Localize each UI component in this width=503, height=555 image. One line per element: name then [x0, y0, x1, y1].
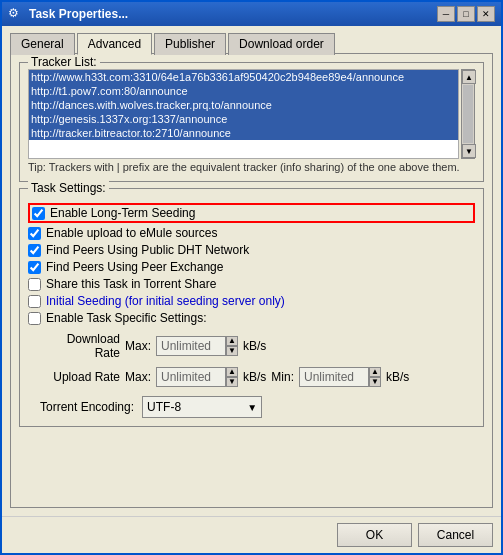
download-rate-input[interactable]: Unlimited: [156, 336, 226, 356]
download-rate-row: Download Rate Max: Unlimited ▲ ▼ kB/s: [40, 332, 475, 360]
encoding-label: Torrent Encoding:: [40, 400, 134, 414]
upload-rate-max-wrapper: Unlimited ▲ ▼: [156, 367, 238, 387]
task-specific-checkbox[interactable]: [28, 312, 41, 325]
upload-rate-max-input[interactable]: Unlimited: [156, 367, 226, 387]
tracker-tip: Tip: Trackers with | prefix are the equi…: [28, 161, 475, 173]
download-rate-max-label: Max:: [125, 339, 151, 353]
encoding-select[interactable]: UTF-8 ▼: [142, 396, 262, 418]
upload-rate-max-up[interactable]: ▲: [226, 367, 238, 377]
scroll-thumb: [463, 85, 473, 143]
scroll-up-btn[interactable]: ▲: [462, 70, 476, 84]
tab-general[interactable]: General: [10, 33, 75, 55]
dht-checkbox[interactable]: [28, 244, 41, 257]
upload-rate-max-unit: kB/s: [243, 370, 266, 384]
tracker-list[interactable]: http://www.h33t.com:3310/64e1a76b3361af9…: [28, 69, 459, 159]
tracker-item-0[interactable]: http://www.h33t.com:3310/64e1a76b3361af9…: [29, 70, 458, 84]
initial-seeding-row: Initial Seeding (for initial seeding ser…: [28, 294, 475, 308]
tracker-item-2[interactable]: http://dances.with.wolves.tracker.prq.to…: [29, 98, 458, 112]
upload-rate-min-down[interactable]: ▼: [369, 377, 381, 387]
task-properties-window: ⚙ Task Properties... ─ □ ✕ General Advan…: [0, 0, 503, 555]
exchange-label: Find Peers Using Peer Exchange: [46, 260, 223, 274]
enable-long-term-checkbox[interactable]: [32, 207, 45, 220]
task-settings-group: Task Settings: Enable Long-Term Seeding …: [19, 188, 484, 427]
tracker-list-label: Tracker List:: [28, 55, 100, 69]
tracker-item-1[interactable]: http://t1.pow7.com:80/announce: [29, 84, 458, 98]
title-bar-left: ⚙ Task Properties...: [8, 6, 128, 22]
dht-row: Find Peers Using Public DHT Network: [28, 243, 475, 257]
upload-rate-min-label: Min:: [271, 370, 294, 384]
long-term-seeding-row: Enable Long-Term Seeding: [28, 203, 475, 223]
share-row: Share this Task in Torrent Share: [28, 277, 475, 291]
window-content: General Advanced Publisher Download orde…: [2, 26, 501, 516]
task-specific-label: Enable Task Specific Settings:: [46, 311, 207, 325]
dht-label: Find Peers Using Public DHT Network: [46, 243, 249, 257]
download-rate-down[interactable]: ▼: [226, 346, 238, 356]
download-rate-input-wrapper: Unlimited ▲ ▼: [156, 336, 238, 356]
tracker-area: http://www.h33t.com:3310/64e1a76b3361af9…: [28, 69, 475, 159]
window-title: Task Properties...: [29, 7, 128, 21]
task-settings-content: Enable Long-Term Seeding Enable upload t…: [28, 195, 475, 418]
encoding-arrow-icon: ▼: [247, 402, 257, 413]
tab-content-advanced: Tracker List: http://www.h33t.com:3310/6…: [10, 53, 493, 508]
initial-seeding-label: Initial Seeding (for initial seeding ser…: [46, 294, 285, 308]
tracker-scrollbar[interactable]: ▲ ▼: [461, 69, 475, 159]
download-rate-label: Download Rate: [40, 332, 120, 360]
maximize-button[interactable]: □: [457, 6, 475, 22]
title-bar-buttons: ─ □ ✕: [437, 6, 495, 22]
tracker-item-4[interactable]: http://tracker.bitreactor.to:2710/announ…: [29, 126, 458, 140]
emule-row: Enable upload to eMule sources: [28, 226, 475, 240]
scroll-down-btn[interactable]: ▼: [462, 144, 476, 158]
upload-rate-min-unit: kB/s: [386, 370, 409, 384]
download-rate-spinner: ▲ ▼: [226, 336, 238, 356]
download-rate-unit: kB/s: [243, 339, 266, 353]
download-rate-up[interactable]: ▲: [226, 336, 238, 346]
upload-rate-min-input[interactable]: Unlimited: [299, 367, 369, 387]
emule-label: Enable upload to eMule sources: [46, 226, 217, 240]
tab-publisher[interactable]: Publisher: [154, 33, 226, 55]
enable-long-term-label: Enable Long-Term Seeding: [50, 206, 195, 220]
upload-rate-min-wrapper: Unlimited ▲ ▼: [299, 367, 381, 387]
close-button[interactable]: ✕: [477, 6, 495, 22]
emule-checkbox[interactable]: [28, 227, 41, 240]
task-specific-row: Enable Task Specific Settings:: [28, 311, 475, 325]
tracker-list-group: Tracker List: http://www.h33t.com:3310/6…: [19, 62, 484, 182]
upload-rate-row: Upload Rate Max: Unlimited ▲ ▼ kB/s: [40, 367, 475, 387]
share-label: Share this Task in Torrent Share: [46, 277, 216, 291]
exchange-row: Find Peers Using Peer Exchange: [28, 260, 475, 274]
cancel-button[interactable]: Cancel: [418, 523, 493, 547]
encoding-value: UTF-8: [147, 400, 181, 414]
upload-rate-min-up[interactable]: ▲: [369, 367, 381, 377]
tracker-item-3[interactable]: http://genesis.1337x.org:1337/announce: [29, 112, 458, 126]
share-checkbox[interactable]: [28, 278, 41, 291]
minimize-button[interactable]: ─: [437, 6, 455, 22]
tab-bar: General Advanced Publisher Download orde…: [10, 32, 493, 54]
bottom-bar: OK Cancel: [2, 516, 501, 553]
exchange-checkbox[interactable]: [28, 261, 41, 274]
window-icon: ⚙: [8, 6, 24, 22]
ok-button[interactable]: OK: [337, 523, 412, 547]
tab-download-order[interactable]: Download order: [228, 33, 335, 55]
encoding-row: Torrent Encoding: UTF-8 ▼: [40, 396, 475, 418]
initial-seeding-checkbox[interactable]: [28, 295, 41, 308]
upload-rate-max-down[interactable]: ▼: [226, 377, 238, 387]
tab-advanced[interactable]: Advanced: [77, 33, 152, 55]
task-settings-label: Task Settings:: [28, 181, 109, 195]
upload-rate-max-spinner: ▲ ▼: [226, 367, 238, 387]
title-bar: ⚙ Task Properties... ─ □ ✕: [2, 2, 501, 26]
upload-rate-max-label: Max:: [125, 370, 151, 384]
upload-rate-min-spinner: ▲ ▼: [369, 367, 381, 387]
upload-rate-label: Upload Rate: [40, 370, 120, 384]
